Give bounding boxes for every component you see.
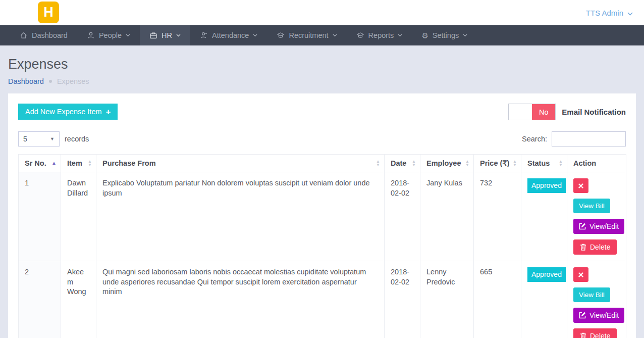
column-header-employee[interactable]: Employee ▲▼ — [420, 155, 474, 172]
attendance-icon — [200, 31, 208, 39]
card-toolbar: Add New Expense Item + No Email Notifica… — [18, 104, 626, 120]
nav-item-hr[interactable]: HR — [140, 25, 190, 45]
main-navbar: Dashboard People HR Attendance Recruitme… — [0, 25, 644, 45]
sort-asc-icon: ▲ — [51, 161, 57, 166]
add-expense-button[interactable]: Add New Expense Item + — [18, 104, 118, 120]
trash-icon — [580, 332, 586, 338]
recruitment-icon — [277, 31, 285, 39]
cell-actions: View Bill View/Edit Delete — [567, 172, 626, 261]
email-notification-label: Email Notification — [562, 108, 626, 116]
breadcrumb: Dashboard Expenses — [8, 77, 636, 85]
page-header: Expenses Dashboard Expenses — [0, 45, 644, 85]
dismiss-button[interactable] — [573, 178, 588, 193]
table-row: 2 Akeem Wong Qui magni sed laboriosam la… — [19, 261, 626, 338]
email-notification-toggle[interactable]: No — [508, 104, 556, 120]
gear-icon: ⚙ — [421, 32, 428, 39]
column-label: Employee — [426, 159, 461, 167]
chevron-down-icon — [627, 9, 633, 17]
status-badge: Approved — [527, 267, 566, 282]
edit-icon — [579, 223, 586, 230]
cell-actions: View Bill View/Edit Delete — [567, 261, 626, 338]
action-buttons: View Bill View/Edit Delete — [573, 178, 620, 255]
sort-both-icon: ▲▼ — [465, 160, 469, 167]
button-label: View/Edit — [589, 311, 619, 319]
nav-item-reports[interactable]: Reports — [347, 25, 412, 45]
delete-button[interactable]: Delete — [573, 328, 617, 338]
button-label: Delete — [590, 332, 610, 338]
button-label: View Bill — [579, 202, 605, 210]
button-label: Delete — [590, 243, 610, 251]
delete-button[interactable]: Delete — [573, 239, 617, 255]
column-header-status[interactable]: Status ▲▼ — [521, 155, 567, 172]
cell-status: Approved — [521, 172, 567, 261]
view-bill-button[interactable]: View Bill — [573, 199, 610, 213]
cell-sr-no: 2 — [19, 261, 61, 338]
nav-item-recruitment[interactable]: Recruitment — [267, 25, 346, 45]
view-bill-button[interactable]: View Bill — [573, 287, 610, 302]
breadcrumb-separator — [49, 80, 52, 83]
nav-label: Dashboard — [32, 31, 68, 39]
nav-label: HR — [162, 31, 172, 39]
page-title: Expenses — [8, 57, 636, 72]
column-header-price[interactable]: Price (₹) ▲▼ — [474, 155, 521, 172]
user-menu-label: TTS Admin — [586, 9, 623, 17]
nav-label: People — [99, 31, 122, 39]
close-icon — [578, 272, 583, 277]
cell-sr-no: 1 — [19, 172, 61, 261]
cell-date: 2018-02-02 — [385, 261, 420, 338]
column-label: Purchase From — [102, 159, 156, 167]
nav-item-people[interactable]: People — [77, 25, 140, 45]
action-buttons: View Bill View/Edit Delete — [573, 267, 620, 338]
search-input[interactable] — [552, 131, 626, 147]
cell-item: Akeem Wong — [61, 261, 96, 338]
expenses-card: Add New Expense Item + No Email Notifica… — [8, 93, 636, 338]
chevron-down-icon — [398, 34, 402, 37]
breadcrumb-current: Expenses — [57, 77, 89, 85]
nav-label: Settings — [433, 31, 459, 39]
column-label: Price (₹) — [480, 159, 509, 167]
column-label: Status — [527, 159, 550, 167]
toggle-off-half — [509, 104, 532, 120]
people-icon — [87, 31, 95, 39]
chevron-down-icon — [253, 34, 257, 37]
view-edit-button[interactable]: View/Edit — [573, 219, 624, 234]
expenses-table: Sr No. ▲ Item ▲▼ Purchase From ▲▼ Date ▲… — [18, 154, 626, 338]
dismiss-button[interactable] — [573, 267, 588, 282]
app-logo[interactable]: H — [38, 2, 59, 23]
nav-label: Recruitment — [289, 31, 328, 39]
button-label: View/Edit — [589, 222, 619, 230]
nav-item-dashboard[interactable]: Dashboard — [10, 25, 77, 45]
column-label: Sr No. — [25, 159, 46, 167]
column-label: Item — [67, 159, 82, 167]
cell-status: Approved — [521, 261, 567, 338]
trash-icon — [580, 244, 586, 251]
nav-item-settings[interactable]: ⚙ Settings — [412, 25, 477, 45]
search-control: Search: — [522, 131, 626, 147]
briefcase-icon — [149, 31, 157, 39]
user-menu[interactable]: TTS Admin — [586, 0, 633, 25]
column-header-item[interactable]: Item ▲▼ — [61, 155, 96, 172]
status-badge: Approved — [527, 178, 566, 193]
button-label: View Bill — [579, 291, 605, 299]
sort-both-icon: ▲▼ — [513, 160, 517, 167]
column-header-date[interactable]: Date ▲▼ — [385, 155, 420, 172]
column-header-sr-no[interactable]: Sr No. ▲ — [19, 155, 61, 172]
sort-both-icon: ▲▼ — [88, 160, 92, 167]
column-header-purchase-from[interactable]: Purchase From ▲▼ — [96, 155, 385, 172]
view-edit-button[interactable]: View/Edit — [573, 308, 624, 323]
records-select[interactable]: 5 ▼ — [18, 131, 60, 147]
nav-label: Reports — [368, 31, 394, 39]
column-header-action: Action — [567, 155, 626, 172]
reports-icon — [356, 31, 364, 39]
table-row: 1 Dawn Dillard Explicabo Voluptatum pari… — [19, 172, 626, 261]
cell-date: 2018-02-02 — [385, 172, 420, 261]
breadcrumb-dashboard-link[interactable]: Dashboard — [8, 77, 44, 85]
chevron-down-icon — [333, 34, 337, 37]
nav-item-attendance[interactable]: Attendance — [190, 25, 267, 45]
email-notification-group: No Email Notification — [508, 104, 626, 120]
chevron-down-icon — [176, 34, 181, 37]
table-header-row: Sr No. ▲ Item ▲▼ Purchase From ▲▼ Date ▲… — [19, 155, 626, 172]
chevron-down-icon — [126, 34, 130, 37]
nav-label: Attendance — [212, 31, 249, 39]
cell-employee: Lenny Predovic — [420, 261, 474, 338]
